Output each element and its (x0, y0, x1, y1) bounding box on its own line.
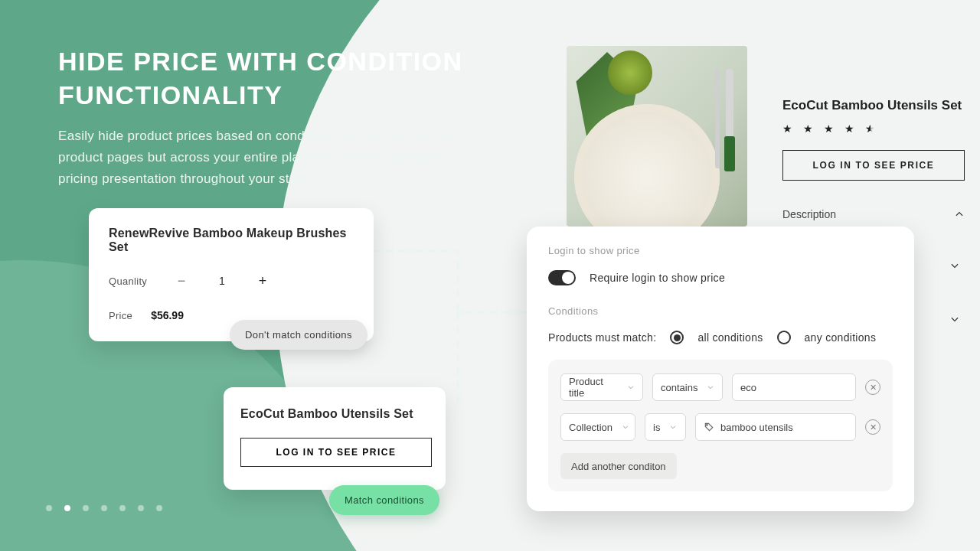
accordion-description[interactable]: Description (782, 204, 965, 225)
login-to-see-price-button[interactable]: LOG IN TO SEE PRICE (782, 150, 965, 181)
qty-minus-button[interactable]: − (175, 274, 188, 288)
login-to-see-price-button[interactable]: LOG IN TO SEE PRICE (240, 438, 432, 467)
radio-any-label: any conditions (805, 331, 877, 344)
carousel-dot[interactable] (138, 505, 144, 511)
match-chip: Match conditions (329, 485, 439, 515)
tag-icon (704, 422, 714, 432)
svg-point-0 (707, 425, 707, 425)
require-login-toggle[interactable] (548, 270, 576, 285)
star-half-icon: ★★ (865, 122, 876, 135)
accordion-label: Description (782, 208, 836, 220)
no-match-chip: Don't match conditions (230, 320, 368, 350)
match-label: Products must match: (548, 331, 656, 344)
value-input[interactable]: eco (732, 373, 856, 401)
qty-plus-button[interactable]: + (256, 274, 270, 288)
operator-select[interactable]: is (645, 413, 686, 441)
carousel-dot[interactable] (156, 505, 162, 511)
product-title: RenewRevive Bamboo Makeup Brushes Set (109, 227, 354, 254)
qty-stepper: − 1 + (175, 274, 270, 288)
remove-condition-button[interactable]: ✕ (865, 380, 880, 395)
product-detail: EcoCut Bamboo Utensils Set ★ ★ ★ ★ ★★ LO… (782, 98, 965, 225)
section-login-label: Login to show price (548, 245, 893, 256)
chevron-down-icon (707, 382, 714, 393)
section-conditions-label: Conditions (548, 305, 893, 317)
chevron-up-icon (954, 209, 965, 220)
star-icon: ★ (824, 122, 834, 135)
qty-label: Quanlity (109, 276, 147, 287)
condition-row: Collection is bamboo utensils ✕ (560, 413, 880, 441)
field-select[interactable]: Product title (560, 373, 643, 401)
knife-handle-decor (724, 136, 735, 171)
operator-select[interactable]: contains (652, 373, 723, 401)
glass-decor (608, 51, 652, 95)
field-select-value: Collection (569, 422, 612, 433)
operator-select-value: is (653, 422, 660, 433)
accordion-row[interactable] (949, 260, 965, 274)
radio-all-conditions[interactable] (670, 331, 684, 344)
conditions-list: Product title contains eco ✕ Collection … (548, 360, 893, 491)
condition-row: Product title contains eco ✕ (560, 373, 880, 401)
product-image (567, 46, 747, 227)
price-value: $56.99 (151, 309, 184, 321)
star-icon: ★ (782, 122, 792, 135)
qty-value: 1 (219, 275, 225, 287)
field-select[interactable]: Collection (560, 413, 635, 441)
radio-all-label: all conditions (697, 331, 763, 344)
hero-desc: Easily hide product prices based on cond… (58, 126, 487, 190)
carousel-dot[interactable] (119, 505, 126, 511)
toggle-label: Require login to show price (590, 272, 725, 284)
carousel-dot[interactable] (64, 505, 70, 511)
product-card-match: EcoCut Bamboo Utensils Set LOG IN TO SEE… (224, 387, 446, 490)
product-title: EcoCut Bamboo Utensils Set (240, 407, 429, 421)
star-icon: ★ (803, 122, 813, 135)
hero-title: HIDE PRICE WITH CONDITION FUNCTIONALITY (58, 44, 487, 112)
value-input-text: eco (740, 382, 756, 393)
carousel-dot[interactable] (83, 505, 89, 511)
add-condition-button[interactable]: Add another conditon (560, 453, 677, 479)
fork-decor (715, 69, 720, 168)
chevron-down-icon (627, 382, 635, 393)
operator-select-value: contains (661, 382, 697, 393)
chevron-down-icon (622, 422, 629, 433)
field-select-value: Product title (569, 376, 618, 399)
remove-condition-button[interactable]: ✕ (865, 419, 880, 435)
value-tag-input[interactable]: bamboo utensils (695, 413, 856, 441)
value-input-text: bamboo utensils (720, 422, 793, 433)
star-icon: ★ (844, 122, 854, 135)
price-label: Price (109, 310, 132, 321)
product-name: EcoCut Bamboo Utensils Set (782, 98, 965, 113)
carousel-dots (46, 505, 162, 511)
radio-any-conditions[interactable] (777, 331, 791, 344)
carousel-dot[interactable] (101, 505, 107, 511)
chevron-down-icon (669, 422, 677, 433)
hero: HIDE PRICE WITH CONDITION FUNCTIONALITY … (58, 44, 487, 191)
carousel-dot[interactable] (46, 505, 52, 511)
conditions-panel: Login to show price Require login to sho… (527, 227, 914, 511)
accordion-row[interactable] (949, 314, 965, 328)
rating-stars: ★ ★ ★ ★ ★★ (782, 122, 965, 135)
